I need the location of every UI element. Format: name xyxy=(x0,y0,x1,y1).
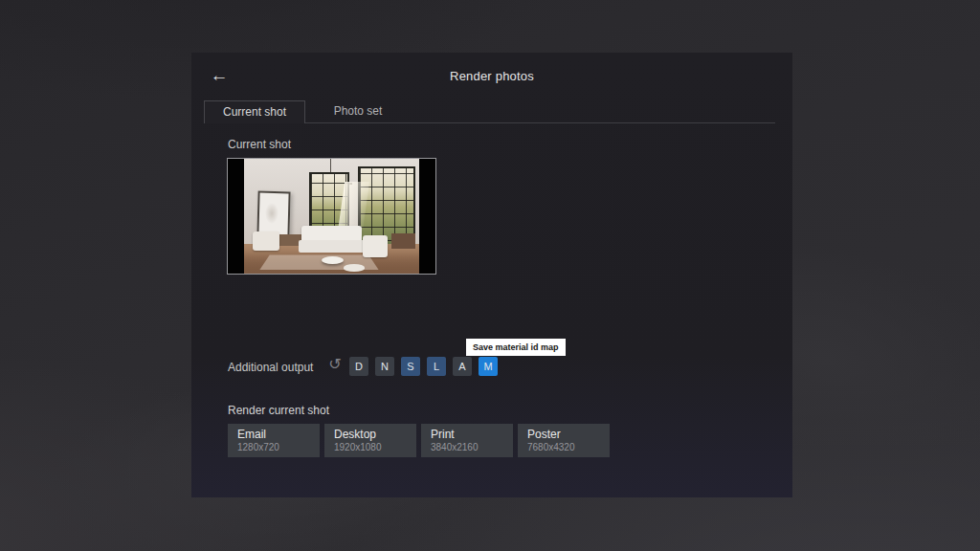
preset-resolution: 7680x4320 xyxy=(527,442,610,453)
photo-cabinet-right xyxy=(391,233,416,249)
additional-output-toggles: D N S L A M xyxy=(349,357,498,376)
preset-email[interactable]: Email 1280x720 xyxy=(228,424,320,457)
render-preset-list: Email 1280x720 Desktop 1920x1080 Print 3… xyxy=(228,424,610,457)
dialog-title: Render photos xyxy=(191,69,792,83)
photo-wall-art-sketch xyxy=(265,203,279,224)
render-photos-dialog: ← Render photos Current shot Photo set C… xyxy=(191,53,792,497)
preset-resolution: 1280x720 xyxy=(237,442,320,453)
preset-name: Print xyxy=(431,427,513,442)
tab-photo-set[interactable]: Photo set xyxy=(305,100,411,122)
additional-output-label: Additional output xyxy=(228,361,313,374)
photo-sofa-seat xyxy=(299,240,366,253)
current-shot-label: Current shot xyxy=(228,138,291,151)
toggle-l[interactable]: L xyxy=(427,357,446,376)
preset-poster[interactable]: Poster 7680x4320 xyxy=(518,424,610,457)
photo-armchair-right xyxy=(363,235,388,257)
letterbox-bar-right xyxy=(419,159,435,274)
preset-name: Email xyxy=(237,427,320,442)
preset-name: Desktop xyxy=(334,427,416,442)
tab-current-shot[interactable]: Current shot xyxy=(204,100,305,123)
desktop-background: ← Render photos Current shot Photo set C… xyxy=(0,0,980,551)
toggle-material-id-m[interactable]: M xyxy=(479,357,498,376)
current-shot-preview xyxy=(227,158,436,275)
toggle-depth-d[interactable]: D xyxy=(349,357,368,376)
tab-bar: Current shot Photo set xyxy=(204,100,775,123)
save-material-id-map-tooltip: Save material id map xyxy=(466,339,566,356)
toggle-normal-n[interactable]: N xyxy=(375,357,394,376)
preset-name: Poster xyxy=(527,427,610,442)
preview-photo xyxy=(244,159,419,274)
photo-armchair-left xyxy=(253,231,278,251)
preset-desktop[interactable]: Desktop 1920x1080 xyxy=(324,424,416,457)
toggle-s[interactable]: S xyxy=(401,357,420,376)
render-current-shot-label: Render current shot xyxy=(228,404,329,417)
photo-stool xyxy=(344,264,365,271)
letterbox-bar-left xyxy=(228,159,244,274)
toggle-a[interactable]: A xyxy=(453,357,472,376)
preset-resolution: 1920x1080 xyxy=(334,442,416,453)
reset-icon[interactable]: ↺ xyxy=(325,355,345,374)
preset-resolution: 3840x2160 xyxy=(431,442,513,453)
preset-print[interactable]: Print 3840x2160 xyxy=(421,424,513,457)
